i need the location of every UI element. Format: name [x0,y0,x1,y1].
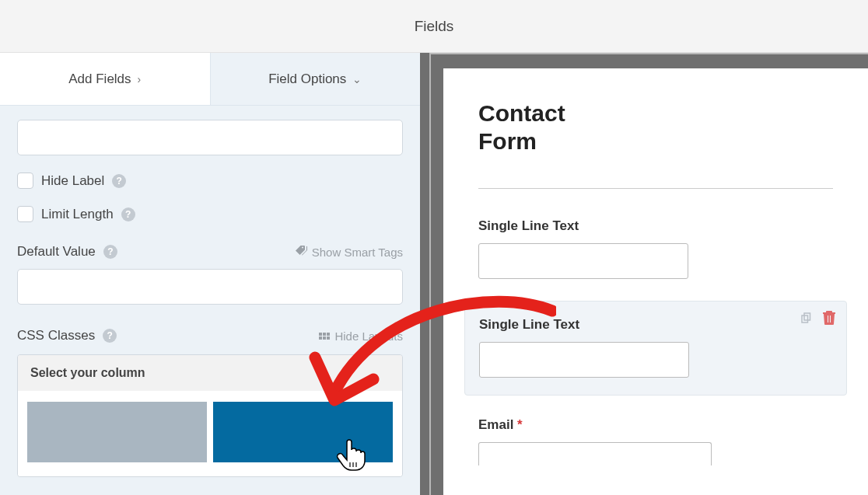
limit-length-row: Limit Length ? [17,206,403,222]
column-selector: Select your column [17,354,403,477]
panel-tabs: Add Fields › Field Options ⌄ [0,53,420,106]
panel-body: Hide Label ? Limit Length ? Default Valu… [0,106,420,491]
duplicate-icon[interactable] [800,311,814,329]
top-header: Fields [0,0,868,53]
form-field-2-selected[interactable]: Single Line Text [464,301,847,396]
column-option-one-half-left[interactable] [27,402,207,462]
field-label: Single Line Text [479,317,832,333]
chevron-down-icon: ⌄ [352,73,362,85]
css-classes-label: CSS Classes [17,328,95,343]
grid-icon [319,333,330,340]
limit-length-text: Limit Length [41,207,114,222]
field-label-input[interactable] [17,120,403,155]
main-container: Add Fields › Field Options ⌄ Hide Label … [0,53,868,495]
tags-icon [296,246,307,258]
hide-layouts-label: Hide Layouts [334,329,403,343]
default-value-row: Default Value ? Show Smart Tags [17,244,403,260]
field-actions [800,311,835,329]
limit-length-checkbox[interactable] [17,206,33,222]
preview-frame-border [429,53,868,495]
default-value-input[interactable] [17,269,403,305]
chevron-right-icon: › [138,73,142,85]
header-title: Fields [415,18,454,35]
show-smart-tags-button[interactable]: Show Smart Tags [296,246,403,259]
help-icon[interactable]: ? [121,207,135,221]
help-icon[interactable]: ? [103,329,117,343]
css-classes-row: CSS Classes ? Hide Layouts [17,328,403,343]
help-icon[interactable]: ? [103,245,117,259]
hide-label-row: Hide Label ? [17,173,403,189]
preview-panel: Contact Form Single Line Text Single Lin… [420,53,868,495]
hide-layouts-button[interactable]: Hide Layouts [319,329,403,343]
hide-label-text: Hide Label [41,173,104,189]
tab-add-fields[interactable]: Add Fields › [0,53,211,105]
tab-field-options[interactable]: Field Options ⌄ [211,53,421,105]
column-options [18,391,402,476]
tab-field-options-label: Field Options [268,71,346,87]
trash-icon[interactable] [823,311,835,329]
column-selector-header: Select your column [18,355,402,391]
default-value-label: Default Value [17,244,96,260]
left-panel: Add Fields › Field Options ⌄ Hide Label … [0,53,420,495]
hide-label-checkbox[interactable] [17,173,33,189]
show-smart-tags-label: Show Smart Tags [312,246,403,259]
field-input[interactable] [479,342,689,378]
help-icon[interactable]: ? [112,174,126,188]
tab-add-fields-label: Add Fields [68,71,131,87]
column-option-one-half-right[interactable] [213,402,393,462]
